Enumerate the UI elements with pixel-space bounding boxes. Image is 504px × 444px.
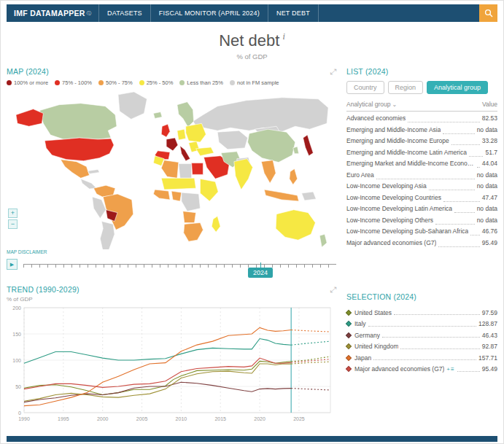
list-row[interactable]: Euro Areano data (346, 171, 497, 183)
list-row[interactable]: Major advanced economies (G7)95.49 (346, 239, 497, 251)
legend-item[interactable]: 50% - 75% (98, 79, 133, 86)
legend-item[interactable]: 25% - 50% (139, 79, 174, 86)
expand-trend-icon[interactable]: ⤢ (330, 286, 336, 294)
value-column-header: Value (482, 101, 497, 108)
map-region-central-asia[interactable] (217, 131, 247, 149)
list-row[interactable]: Emerging and Middle-Income Asiano data (346, 126, 497, 138)
map-region-libya[interactable] (179, 164, 192, 179)
map-region-se-asia[interactable] (261, 160, 276, 184)
world-map[interactable] (7, 87, 336, 249)
selection-row[interactable]: Germany46.43 (346, 330, 497, 341)
map-region-argentina[interactable] (100, 222, 115, 249)
brand-logo[interactable]: IMF DATAMAPPERⓘ (7, 4, 99, 22)
timeline-year-handle[interactable]: 2024 (248, 268, 273, 278)
list-row[interactable]: Emerging and Middle-Income Europe33.28 (346, 137, 497, 149)
play-button[interactable]: ▶ (7, 259, 18, 270)
series-marker-icon (346, 343, 352, 349)
page-title: Net debt (219, 31, 279, 50)
zoom-in-button[interactable]: + (8, 209, 18, 218)
map-region-central-america[interactable] (81, 179, 97, 189)
list-row[interactable]: Low-Income Developing Countries47.47 (346, 194, 497, 206)
svg-text:2000: 2000 (97, 416, 109, 421)
legend-item[interactable]: 100% or more (7, 79, 48, 86)
map-region-alaska[interactable] (16, 109, 43, 127)
map-region-uk[interactable] (161, 124, 170, 137)
map-region-italy[interactable] (180, 146, 190, 161)
list-row[interactable]: Advanced economies82.53 (346, 114, 497, 126)
legend-label: not in FM sample (237, 79, 279, 86)
page-subtitle: % of GDP (7, 52, 497, 61)
map-region-greenland[interactable] (118, 92, 147, 119)
selection-row[interactable]: Major advanced economies (G7)+≡95.49 (346, 364, 497, 375)
map-region-china[interactable] (248, 129, 295, 162)
list-tab-country[interactable]: Country (346, 81, 384, 94)
expand-map-icon[interactable]: ⤢ (330, 68, 336, 76)
selection-row[interactable]: United States97.59 (346, 307, 497, 319)
map-region-south-africa[interactable] (184, 222, 203, 241)
legend-item[interactable]: 75% - 100% (55, 79, 92, 86)
timeline-ruler[interactable] (23, 264, 336, 268)
map-region-turkey[interactable] (196, 147, 214, 156)
map-region-nigeria[interactable] (171, 191, 182, 201)
map-region-eastern-europe[interactable] (186, 123, 206, 142)
map-region-australia[interactable] (276, 210, 315, 240)
map-region-scandinavia[interactable] (177, 102, 194, 128)
map-region-usa[interactable] (44, 138, 114, 161)
list-row-value: 47.47 (482, 194, 497, 201)
map-region-indonesia[interactable] (264, 190, 298, 201)
list-tab-analytical-group[interactable]: Analytical group (427, 81, 488, 94)
map-disclaimer-link[interactable]: MAP DISCLAIMER (7, 249, 336, 254)
map-region-madagascar[interactable] (212, 217, 220, 233)
map-region-philippines[interactable] (290, 168, 298, 184)
search-button[interactable] (479, 4, 497, 22)
zoom-out-button[interactable]: − (8, 219, 18, 229)
group-column-header[interactable]: Analytical group⌄ (346, 101, 397, 108)
map-region-sahel[interactable] (161, 178, 195, 190)
map-region-algeria[interactable] (161, 160, 179, 179)
add-compare-icons[interactable]: +≡ (446, 366, 454, 373)
list-panel-title: LIST (2024) (346, 67, 388, 76)
list-rows: Advanced economies82.53Emerging and Midd… (346, 114, 497, 250)
map-region-germany[interactable] (177, 129, 186, 140)
map-region-iceland[interactable] (153, 112, 162, 119)
nav-tab-net-debt[interactable]: NET DEBT (268, 4, 319, 22)
map-region-central-africa[interactable] (182, 192, 201, 211)
list-tab-region[interactable]: Region (388, 81, 424, 94)
map-region-east-africa[interactable] (200, 179, 218, 201)
map-region-west-africa[interactable] (153, 190, 170, 200)
map-region-japan[interactable] (303, 135, 314, 156)
list-row[interactable]: Low-Income Developing Asiano data (346, 182, 497, 194)
map-region-caribbean[interactable] (88, 169, 100, 174)
list-row[interactable]: Low-Income Developing Othersno data (346, 217, 497, 228)
list-row[interactable]: Low-Income Developing Latin Americano da… (346, 205, 497, 217)
timeline: ▶ 2024 (7, 259, 336, 281)
list-row-value: 33.28 (482, 137, 497, 144)
map-region-canada[interactable] (39, 104, 117, 139)
map-region-new-guinea[interactable] (302, 192, 317, 200)
map-region-mexico[interactable] (61, 160, 89, 179)
map-region-angola-zambia[interactable] (183, 211, 196, 223)
map-region-egypt[interactable] (192, 163, 203, 175)
nav-tab-fiscal-monitor-april-2024-[interactable]: FISCAL MONITOR (APRIL 2024) (151, 4, 268, 22)
map-region-france[interactable] (166, 138, 178, 151)
list-row[interactable]: Emerging Market and Middle-Income Econom… (346, 160, 497, 171)
selection-row[interactable]: Japan157.71 (346, 352, 497, 364)
legend-item[interactable]: Less than 25% (179, 79, 223, 86)
nav-tab-datasets[interactable]: DATASETS (99, 4, 151, 22)
info-icon[interactable]: i (282, 31, 284, 42)
list-row-label: Low-Income Developing Latin America (346, 205, 452, 212)
legend-color-dot (7, 80, 12, 85)
svg-text:2025: 2025 (293, 416, 305, 421)
map-region-new-zealand[interactable] (319, 234, 327, 247)
map-region-korea[interactable] (293, 147, 299, 154)
list-row[interactable]: Emerging and Middle-Income Latin America… (346, 149, 497, 160)
map-region-russia[interactable] (193, 98, 328, 132)
list-row[interactable]: Low-Income Developing Sub-Saharan Africa… (346, 227, 497, 239)
map-region-india[interactable] (234, 159, 253, 190)
legend-label: Less than 25% (187, 79, 223, 86)
selection-row[interactable]: Italy128.87 (346, 319, 497, 330)
legend-item[interactable]: not in FM sample (230, 79, 279, 86)
trend-chart-svg[interactable]: 0501001502001990199520002005201020152020… (7, 303, 336, 426)
dotted-leader (438, 246, 479, 247)
selection-row[interactable]: United Kingdom92.87 (346, 341, 497, 353)
